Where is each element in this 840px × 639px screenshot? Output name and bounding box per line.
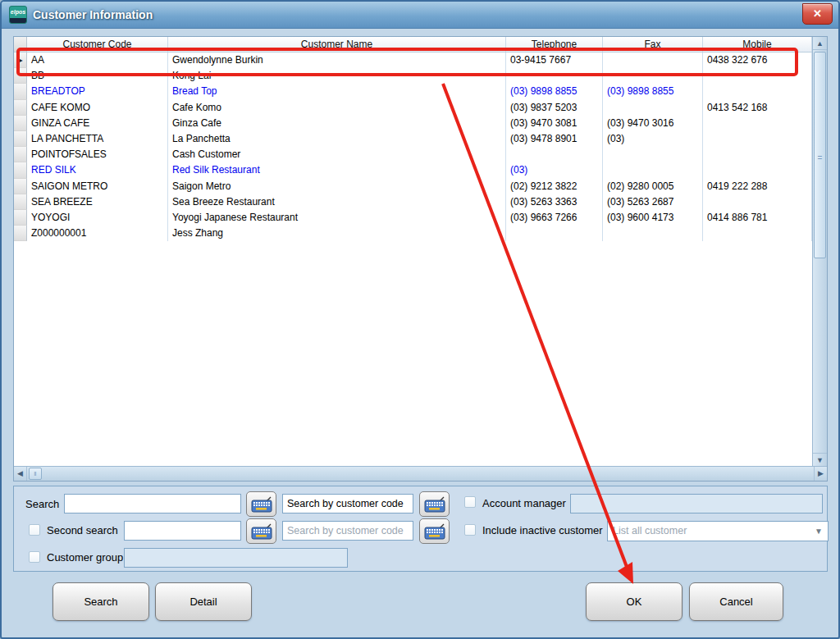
scroll-right-icon[interactable]: ▶ (814, 467, 827, 481)
cell-mobile[interactable]: 0413 542 168 (703, 100, 812, 116)
table-row[interactable]: BREADTOPBread Top(03) 9898 8855(03) 9898… (14, 84, 812, 99)
cell-telephone[interactable]: (03) 5263 3363 (506, 194, 603, 210)
cell-telephone[interactable]: (03) 9898 8855 (506, 84, 603, 99)
cell-name[interactable]: Jess Zhang (168, 226, 506, 241)
column-header-customer-name[interactable]: Customer Name (168, 37, 506, 52)
customer-group-checkbox[interactable] (29, 551, 40, 563)
cell-mobile[interactable] (703, 131, 812, 147)
cell-telephone[interactable]: (03) 9663 7266 (506, 210, 603, 226)
cell-fax[interactable]: (02) 9280 0005 (603, 179, 703, 194)
table-row[interactable]: CAFE KOMOCafe Komo(03) 9837 52030413 542… (14, 100, 812, 116)
second-search-checkbox[interactable] (29, 524, 40, 536)
row-selector[interactable] (14, 226, 27, 241)
table-row[interactable]: Z000000001Jess Zhang (14, 226, 812, 241)
table-row[interactable]: BBKong Lai (14, 68, 812, 84)
cell-fax[interactable]: (03) (603, 131, 703, 147)
cell-name[interactable]: Cafe Komo (168, 100, 506, 116)
scroll-left-icon[interactable]: ◀ (14, 467, 27, 481)
row-selector[interactable] (14, 162, 27, 178)
column-header-telephone[interactable]: Telephone (506, 37, 603, 52)
cell-code[interactable]: YOYOGI (27, 210, 168, 226)
row-selector[interactable] (14, 194, 27, 210)
vertical-scrollbar[interactable]: ▲ = ▼ (812, 37, 827, 466)
table-row[interactable]: POINTOFSALESCash Customer (14, 147, 812, 162)
cell-mobile[interactable]: 0419 222 288 (703, 179, 812, 194)
cell-name[interactable]: Ginza Cafe (168, 116, 506, 131)
row-selector[interactable] (14, 84, 27, 99)
second-search-input[interactable] (124, 521, 241, 541)
cell-name[interactable]: Kong Lai (168, 68, 506, 84)
vertical-scroll-thumb[interactable]: = (814, 52, 826, 258)
keyboard-button-2[interactable] (419, 491, 450, 517)
cell-mobile[interactable] (703, 194, 812, 210)
column-header-fax[interactable]: Fax (603, 37, 703, 52)
scroll-up-icon[interactable]: ▲ (813, 37, 827, 50)
table-row[interactable]: SEA BREEZESea Breeze Restaurant(03) 5263… (14, 194, 812, 210)
cell-telephone[interactable]: (03) (506, 162, 603, 178)
scroll-down-icon[interactable]: ▼ (813, 453, 827, 466)
search-button[interactable]: Search (52, 582, 149, 621)
row-selector[interactable] (14, 210, 27, 226)
table-row[interactable]: GINZA CAFEGinza Cafe(03) 9470 3081(03) 9… (14, 116, 812, 131)
cell-fax[interactable] (603, 147, 703, 162)
table-row[interactable]: SAIGON METROSaigon Metro(02) 9212 3822(0… (14, 179, 812, 194)
cell-telephone[interactable]: (02) 9212 3822 (506, 179, 603, 194)
cell-code[interactable]: POINTOFSALES (27, 147, 168, 162)
title-bar[interactable]: elpos Customer Information ✕ (2, 2, 838, 29)
customer-group-input[interactable] (124, 548, 348, 568)
cell-code[interactable]: SEA BREEZE (27, 194, 168, 210)
cell-name[interactable]: Gwendolynne Burkin (168, 52, 506, 68)
cell-fax[interactable]: (03) 5263 2687 (603, 194, 703, 210)
cell-telephone[interactable] (506, 68, 603, 84)
second-search-by-code-box[interactable]: Search by customer code (282, 521, 413, 541)
search-input[interactable] (64, 494, 241, 513)
cell-fax[interactable] (603, 68, 703, 84)
cell-fax[interactable]: (03) 9898 8855 (603, 84, 703, 99)
keyboard-button-1[interactable] (246, 491, 276, 517)
row-selector[interactable] (14, 116, 27, 131)
cell-code[interactable]: RED SILK (27, 162, 168, 178)
cell-mobile[interactable] (703, 147, 812, 162)
horizontal-scroll-thumb[interactable]: ‖ (29, 468, 42, 480)
cell-fax[interactable]: (03) 9600 4173 (603, 210, 703, 226)
cell-code[interactable]: AA (27, 52, 168, 68)
cell-name[interactable]: Sea Breeze Restaurant (168, 194, 506, 210)
row-selector[interactable]: ▶ (14, 52, 27, 68)
cancel-button[interactable]: Cancel (689, 582, 783, 621)
cell-fax[interactable] (603, 162, 703, 178)
cell-name[interactable]: Cash Customer (168, 147, 506, 162)
cell-name[interactable]: Bread Top (168, 84, 506, 99)
cell-mobile[interactable] (703, 162, 812, 178)
search-by-code-box[interactable]: Search by customer code (282, 494, 413, 513)
row-selector[interactable] (14, 100, 27, 116)
cell-name[interactable]: Yoyogi Japanese Restaurant (168, 210, 506, 226)
ok-button[interactable]: OK (586, 582, 682, 621)
horizontal-scrollbar[interactable]: ◀ ‖ ▶ (14, 466, 827, 481)
cell-code[interactable]: GINZA CAFE (27, 116, 168, 131)
column-header-customer-code[interactable]: Customer Code (27, 37, 168, 52)
cell-mobile[interactable] (703, 226, 812, 241)
close-button[interactable]: ✕ (802, 3, 833, 25)
cell-fax[interactable] (603, 100, 703, 116)
cell-telephone[interactable]: (03) 9837 5203 (506, 100, 603, 116)
table-row[interactable]: LA PANCHETTALa Panchetta(03) 9478 8901(0… (14, 131, 812, 147)
cell-fax[interactable]: (03) 9470 3016 (603, 116, 703, 131)
cell-telephone[interactable] (506, 226, 603, 241)
cell-fax[interactable] (603, 52, 703, 68)
cell-telephone[interactable]: (03) 9470 3081 (506, 116, 603, 131)
cell-telephone[interactable] (506, 147, 603, 162)
cell-name[interactable]: Saigon Metro (168, 179, 506, 194)
customer-list-dropdown[interactable]: List all customer ▼ (607, 521, 829, 541)
cell-fax[interactable] (603, 226, 703, 241)
cell-mobile[interactable] (703, 68, 812, 84)
cell-telephone[interactable]: 03-9415 7667 (506, 52, 603, 68)
cell-code[interactable]: SAIGON METRO (27, 179, 168, 194)
cell-mobile[interactable]: 0414 886 781 (703, 210, 812, 226)
row-selector[interactable] (14, 131, 27, 147)
detail-button[interactable]: Detail (155, 582, 252, 621)
row-selector[interactable] (14, 179, 27, 194)
cell-mobile[interactable]: 0438 322 676 (703, 52, 812, 68)
cell-code[interactable]: LA PANCHETTA (27, 131, 168, 147)
table-row[interactable]: RED SILKRed Silk Restaurant(03) (14, 162, 812, 178)
account-manager-input[interactable] (570, 494, 823, 513)
